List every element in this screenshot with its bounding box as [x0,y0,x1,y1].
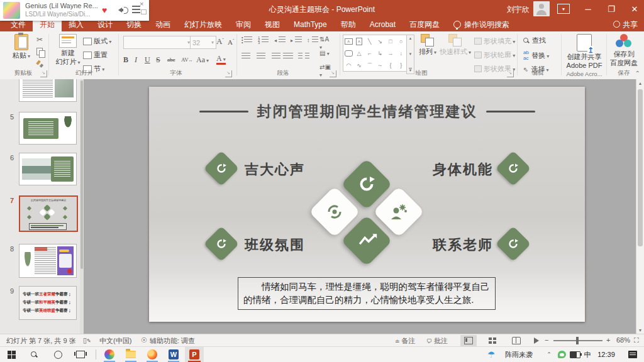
slide-title[interactable]: 封闭管理期间学生情绪管理建议 [149,102,585,121]
tab-baidu-netdisk[interactable]: 百度网盘 [402,18,447,31]
format-painter-icon[interactable] [36,60,44,68]
shape-scribble-icon[interactable]: ∿ [357,62,362,69]
tab-acrobat[interactable]: Acrobat [363,18,402,31]
wechat-tray-icon[interactable] [556,347,567,362]
grow-font-button[interactable]: Aˆ [216,36,224,47]
item-label-lxls[interactable]: 联系老师 [433,236,493,255]
shapes-gallery[interactable]: A A ╲ ↘ □ ○ △ ⌐ ↳ → ↓ ◠ ∿ ⌒ ～ { } [343,35,407,72]
task-view-button[interactable] [72,347,89,362]
taskbar-search-button[interactable] [25,347,43,362]
shape-line-icon[interactable]: ╲ [368,38,371,45]
copy-icon[interactable] [36,48,43,55]
scroll-up-icon[interactable]: ▲ [636,79,644,87]
start-button[interactable] [3,347,20,362]
scrollbar-thumb[interactable] [638,89,643,246]
tab-slideshow[interactable]: 幻灯片放映 [177,18,229,31]
bold-button[interactable]: B [123,55,128,65]
new-slide-button[interactable]: 新建 幻灯片 [53,34,83,67]
browser-taskbar-button[interactable] [101,347,118,362]
player-restore-icon[interactable] [141,9,147,14]
minimize-button[interactable]: ─ [577,0,599,18]
item-diamond-stjn[interactable] [496,151,531,187]
align-right-button[interactable] [269,53,280,62]
volume-icon[interactable] [118,6,128,14]
slide-counter[interactable]: 幻灯片 第 7 张, 共 9 张 [6,336,76,346]
thumbnail-slide-4[interactable] [19,79,77,102]
shrink-font-button[interactable]: Aˇ [228,38,234,46]
font-color-button[interactable]: A [216,55,226,65]
zoom-in-button[interactable]: + [606,336,610,344]
thumbnail-slide-8[interactable] [19,244,77,278]
shape-freeform-icon[interactable]: ◠ [346,62,351,69]
paste-button[interactable]: 粘贴 [8,34,35,60]
shapes-gallery-scrollbar[interactable]: ▲▼▼ [406,35,414,74]
shape-fill-button[interactable]: 形状填充 [474,36,515,46]
tab-animations[interactable]: 动画 [148,18,177,31]
player-close-icon[interactable]: × [140,0,143,8]
clock[interactable]: 12:39 [594,347,619,362]
strikethrough-button[interactable]: S [156,55,160,65]
align-text-button[interactable]: ▤ [319,49,331,58]
align-left-button[interactable] [242,53,253,62]
replace-button[interactable]: abac替换 [523,50,549,61]
zoom-slider-thumb[interactable] [576,337,579,344]
clear-strike-button[interactable]: abc [167,57,175,63]
item-diamond-lxls[interactable] [496,226,531,262]
quick-styles-button[interactable]: 快速样式 [439,34,472,57]
restore-button[interactable]: ❐ [601,0,622,18]
decrease-indent-button[interactable]: ◂ [274,36,286,45]
tab-mathtype[interactable]: MathType [287,18,334,31]
shape-down-arrow-icon[interactable]: ↓ [399,50,402,57]
reset-button[interactable]: 重置 [83,50,108,60]
slide-sorter-view-button[interactable] [484,335,501,346]
tray-expand-icon[interactable]: ⌃ [545,347,553,362]
thumbnail-slide-7[interactable]: 封闭管理期间学生情绪管理建议 [19,195,78,232]
shape-rounded-rect-icon[interactable] [345,50,353,57]
shape-right-brace-icon[interactable]: } [400,62,402,69]
comments-button[interactable]: 🗩 批注 [426,336,448,346]
collapse-ribbon-icon[interactable]: ⌃ [635,70,640,77]
save-to-baidu-button[interactable]: 保存到 百度网盘 [608,34,640,67]
close-button[interactable]: ✕ [624,0,644,18]
create-share-pdf-button[interactable]: 创建并共享 Adobe PDF [564,34,605,69]
shape-arc-icon[interactable]: ⌒ [367,62,372,69]
weather-status[interactable]: 阵雨来袭 [498,347,540,362]
shape-left-brace-icon[interactable]: { [389,62,391,69]
align-center-button[interactable] [255,53,267,62]
slideshow-view-button[interactable] [528,335,545,346]
italic-button[interactable]: I [135,55,137,65]
justify-button[interactable] [283,53,294,62]
item-label-jdxs[interactable]: 吉大心声 [245,160,305,179]
item-diamond-bjfw[interactable] [204,226,240,262]
music-player-widget[interactable]: Genius (Lil Wayne Re... LSD/Lil Wayne/Si… [0,0,149,21]
shape-elbow-connector-icon[interactable]: ⌐ [368,50,371,57]
tab-view[interactable]: 视图 [258,18,287,31]
accessibility-status[interactable]: 辅助功能: 调查 [150,336,195,346]
reading-view-button[interactable] [508,335,525,346]
item-label-stjn[interactable]: 身体机能 [433,160,493,179]
ime-indicator[interactable]: 中 [582,347,592,362]
language-indicator[interactable]: 中文(中国) [99,336,131,346]
file-explorer-taskbar-button[interactable] [122,347,140,362]
change-case-button[interactable]: Aa [196,55,209,65]
shape-curve-icon[interactable]: ～ [377,62,383,69]
ribbon-display-options-icon[interactable]: ▾ [557,4,570,14]
font-name-combobox[interactable]: ▾ [123,36,192,49]
fit-slide-button[interactable]: ⛶ [634,336,639,344]
shape-arrow-icon[interactable]: ↘ [378,38,383,45]
tab-review[interactable]: 审阅 [229,18,258,31]
drawing-dialog-launcher[interactable]: ↘ [507,70,514,77]
like-heart-icon[interactable]: ♥ [102,5,107,15]
character-spacing-button[interactable]: AV↔ [181,57,193,63]
zoom-out-button[interactable]: − [545,336,548,344]
firefox-taskbar-button[interactable] [143,347,161,362]
zoom-level[interactable]: 68% [616,336,630,344]
share-button[interactable]: 共享 [613,18,638,31]
tab-help[interactable]: 帮助 [334,18,363,31]
notes-button[interactable]: ≐ 备注 [395,336,416,346]
item-label-bjfw[interactable]: 班级氛围 [245,236,305,255]
underline-button[interactable]: U [145,55,150,65]
bullets-button[interactable]: ••• [242,36,253,45]
word-taskbar-button[interactable]: W [165,347,182,362]
item-diamond-jdxs[interactable] [204,151,240,187]
